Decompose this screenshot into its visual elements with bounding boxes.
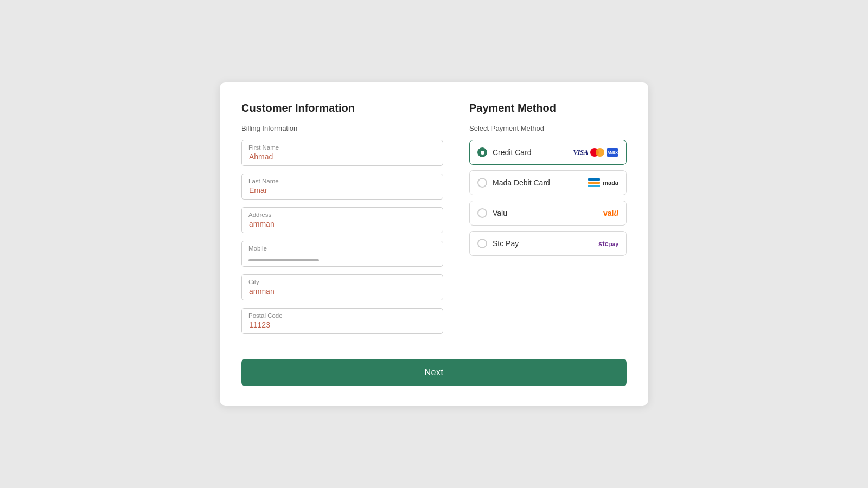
radio-mada [477, 178, 487, 188]
mastercard-icon [590, 147, 604, 157]
address-input[interactable] [241, 207, 443, 233]
city-group: City [241, 274, 443, 300]
first-name-group: First Name [241, 140, 443, 166]
radio-valu [477, 208, 487, 218]
first-name-input[interactable] [241, 140, 443, 166]
next-button[interactable]: Next [241, 359, 627, 386]
next-button-row: Next [241, 346, 627, 386]
valu-icons: valü [603, 209, 618, 217]
mobile-input[interactable] [241, 241, 443, 267]
last-name-input[interactable] [241, 174, 443, 200]
address-group: Address [241, 207, 443, 233]
visa-icon: VISA [573, 148, 588, 157]
stcpay-icon: stcpay [598, 240, 618, 248]
billing-info-subtitle: Billing Information [241, 124, 443, 132]
credit-card-label: Credit Card [493, 148, 532, 157]
postal-code-input[interactable] [241, 308, 443, 334]
customer-info-title: Customer Information [241, 102, 443, 114]
payment-method-section: Payment Method Select Payment Method Cre… [469, 102, 627, 342]
mobile-autocomplete-bar [248, 259, 319, 261]
last-name-group: Last Name [241, 174, 443, 200]
payment-option-valu[interactable]: Valu valü [469, 201, 627, 226]
payment-option-mada[interactable]: Mada Debit Card mada [469, 170, 627, 195]
mobile-group: Mobile [241, 241, 443, 267]
amex-icon: AMEX [607, 148, 618, 157]
stcpay-icons: stcpay [598, 240, 618, 248]
radio-credit-card [477, 147, 487, 157]
mada-icon: mada [588, 178, 618, 187]
city-input[interactable] [241, 274, 443, 300]
customer-info-section: Customer Information Billing Information… [241, 102, 443, 342]
valu-label: Valu [493, 209, 507, 217]
mada-icons: mada [588, 178, 618, 187]
credit-card-icons: VISA AMEX [573, 147, 618, 157]
checkout-card: Customer Information Billing Information… [220, 82, 648, 406]
select-payment-subtitle: Select Payment Method [469, 124, 627, 132]
payment-method-title: Payment Method [469, 102, 627, 114]
valu-icon: valü [603, 209, 618, 217]
payment-option-credit-card[interactable]: Credit Card VISA AMEX [469, 140, 627, 165]
stcpay-label: Stc Pay [493, 239, 519, 248]
payment-option-stcpay[interactable]: Stc Pay stcpay [469, 231, 627, 256]
mada-label: Mada Debit Card [493, 178, 550, 187]
postal-code-group: Postal Code [241, 308, 443, 334]
radio-stcpay [477, 239, 487, 248]
